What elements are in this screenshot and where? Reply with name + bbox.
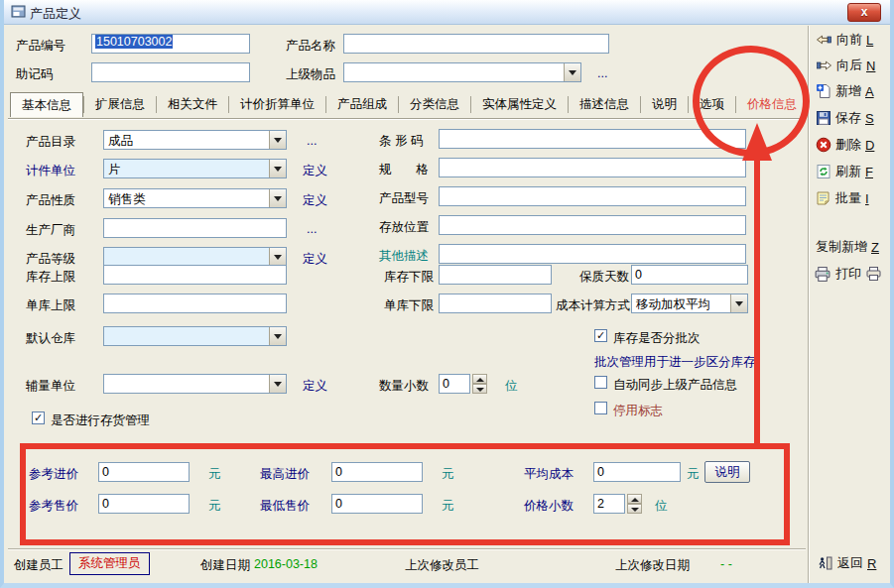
single-upper-label: 单库上限 (26, 297, 75, 314)
warehouse-combo[interactable] (103, 326, 287, 346)
manufacturer-input[interactable] (103, 218, 287, 238)
created-date-value: 2016-03-18 (254, 557, 318, 571)
manufacturer-more-button[interactable]: ... (307, 222, 317, 236)
return-button[interactable]: 返回R (818, 554, 876, 572)
disable-flag-checkbox[interactable] (594, 402, 607, 414)
grade-define-link[interactable]: 定义 (303, 251, 327, 268)
tab-description[interactable]: 描述信息 (568, 96, 640, 113)
tab-classification[interactable]: 分类信息 (398, 96, 470, 113)
grade-combo[interactable] (103, 247, 287, 267)
inventory-mgmt-checkbox[interactable] (32, 412, 45, 424)
avg-cost-input[interactable] (593, 462, 681, 482)
batch-checkbox[interactable] (594, 329, 607, 342)
manufacturer-label: 生产厂商 (26, 222, 75, 239)
tab-notes[interactable]: 说明 (640, 96, 688, 113)
max-purchase-input[interactable] (331, 462, 423, 482)
chevron-down-icon[interactable] (269, 131, 286, 149)
min-sale-unit: 元 (442, 498, 454, 515)
avg-cost-label: 平均成本 (524, 466, 574, 483)
qty-decimal-down-button[interactable] (472, 384, 487, 394)
single-upper-input[interactable] (103, 294, 287, 313)
nav-forward-button[interactable]: 向前L (816, 31, 873, 49)
stock-upper-input[interactable] (103, 265, 287, 285)
tab-entity-attributes[interactable]: 实体属性定义 (470, 96, 568, 113)
ref-sale-input[interactable] (98, 494, 190, 514)
sidebar-divider (808, 26, 809, 583)
tab-options[interactable]: 选项 (688, 96, 735, 113)
mnemonic-input[interactable] (91, 62, 250, 82)
unit-define-link[interactable]: 定义 (303, 163, 327, 179)
model-label: 产品型号 (379, 190, 429, 207)
catalog-combo[interactable]: 成品 (103, 130, 287, 150)
tab-price-info[interactable]: 价格信息 (735, 96, 808, 113)
single-lower-input[interactable] (439, 294, 552, 313)
copy-new-button[interactable]: 复制新增Z (816, 238, 879, 256)
sync-checkbox[interactable] (594, 376, 607, 389)
qty-decimal-input[interactable] (439, 374, 470, 394)
print-button[interactable]: 打印 (814, 265, 882, 283)
window-icon (11, 4, 27, 20)
ref-sale-unit: 元 (208, 498, 221, 515)
batch-button[interactable]: 批量I (816, 189, 869, 207)
window-title: 产品定义 (30, 5, 81, 23)
refresh-button[interactable]: 刷新F (816, 163, 873, 180)
nature-combo[interactable]: 销售类 (103, 188, 287, 208)
nature-define-link[interactable]: 定义 (303, 192, 327, 209)
other-desc-input[interactable] (439, 244, 746, 264)
tab-product-composition[interactable]: 产品组成 (325, 96, 398, 113)
stock-lower-input[interactable] (439, 265, 552, 285)
price-decimal-input[interactable] (593, 494, 625, 514)
price-decimal-up-button[interactable] (627, 494, 642, 504)
tab-bar: 基本信息 扩展信息 相关文件 计价折算单位 产品组成 分类信息 实体属性定义 描… (10, 89, 808, 119)
barcode-input[interactable] (439, 129, 746, 149)
delete-button[interactable]: 删除D (816, 136, 874, 154)
stock-lower-label: 库存下限 (384, 269, 434, 286)
single-lower-label: 单库下限 (384, 297, 434, 314)
hand-right-icon (816, 58, 832, 73)
product-name-input[interactable] (343, 34, 609, 54)
qty-decimal-up-button[interactable] (472, 374, 487, 384)
chevron-down-icon[interactable] (269, 189, 286, 207)
shelf-days-input[interactable] (631, 265, 748, 285)
product-definition-window: 产品定义 x 产品编号 15010703002 产品名称 助记码 上级物品 ..… (0, 0, 894, 588)
aux-unit-define-link[interactable]: 定义 (303, 378, 327, 395)
product-code-input[interactable]: 15010703002 (91, 34, 250, 54)
chevron-down-icon[interactable] (269, 160, 286, 177)
footer-divider (8, 548, 806, 549)
new-button[interactable]: 新增A (816, 82, 874, 100)
created-date-label: 创建日期 (200, 557, 250, 574)
shelf-days-label: 保质天数 (579, 269, 629, 286)
cost-method-combo[interactable]: 移动加权平均 (631, 294, 748, 313)
unit-combo[interactable]: 片 (103, 159, 287, 178)
modified-by-label: 上次修改员工 (405, 557, 479, 574)
tab-pricing-unit[interactable]: 计价折算单位 (228, 96, 325, 113)
price-decimal-down-button[interactable] (627, 504, 642, 514)
parent-item-combo[interactable] (343, 62, 581, 82)
explain-button[interactable]: 说明 (704, 461, 750, 483)
spec-input[interactable] (439, 158, 746, 177)
ref-purchase-input[interactable] (98, 462, 190, 482)
catalog-more-button[interactable]: ... (307, 134, 317, 148)
inventory-mgmt-label: 是否进行存货管理 (51, 412, 150, 429)
parent-item-more-button[interactable]: ... (597, 66, 607, 80)
tab-divider-highlight (8, 119, 806, 120)
chevron-down-icon[interactable] (269, 248, 286, 266)
chevron-down-icon[interactable] (269, 375, 286, 393)
save-button[interactable]: 保存S (816, 109, 874, 127)
chevron-down-icon[interactable] (269, 327, 286, 345)
tab-basic-info[interactable]: 基本信息 (10, 92, 83, 117)
mnemonic-label: 助记码 (16, 66, 54, 83)
location-input[interactable] (439, 215, 746, 235)
chevron-down-icon[interactable] (730, 294, 747, 312)
tab-related-files[interactable]: 相关文件 (156, 96, 228, 113)
aux-unit-combo[interactable] (103, 374, 287, 394)
min-sale-input[interactable] (331, 494, 423, 514)
chevron-down-icon[interactable] (564, 63, 580, 81)
model-input[interactable] (439, 186, 746, 206)
batch-icon (816, 190, 831, 206)
nav-back-button[interactable]: 向后N (816, 57, 875, 74)
close-button[interactable]: x (847, 3, 881, 22)
tab-extended-info[interactable]: 扩展信息 (83, 96, 156, 113)
product-name-label: 产品名称 (286, 38, 335, 55)
price-decimal-label: 价格小数 (524, 498, 574, 515)
